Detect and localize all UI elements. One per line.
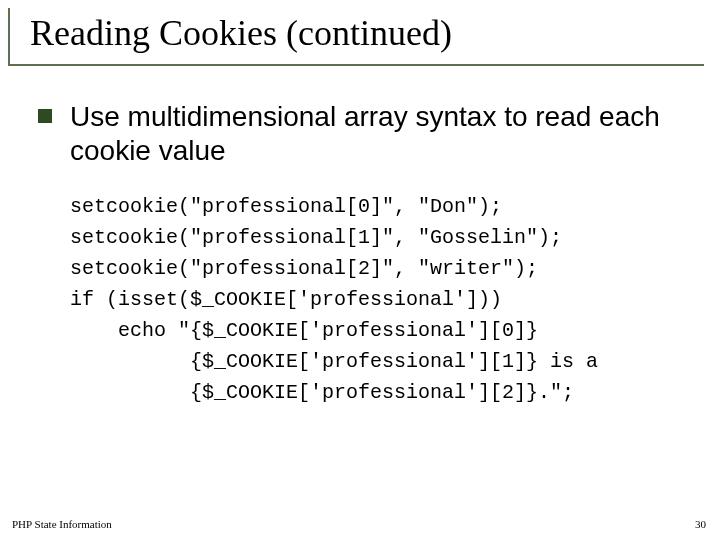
title-area: Reading Cookies (continued) bbox=[30, 14, 690, 54]
slide-title: Reading Cookies (continued) bbox=[30, 14, 690, 54]
page-number: 30 bbox=[695, 518, 706, 530]
bullet-item: Use multidimensional array syntax to rea… bbox=[38, 100, 688, 167]
title-rule-horizontal bbox=[8, 64, 704, 66]
footer-left: PHP State Information bbox=[12, 518, 112, 530]
title-rule-vertical bbox=[8, 8, 10, 66]
code-block: setcookie("professional[0]", "Don"); set… bbox=[70, 191, 688, 408]
bullet-text: Use multidimensional array syntax to rea… bbox=[70, 100, 688, 167]
square-bullet-icon bbox=[38, 109, 52, 123]
slide-body: Use multidimensional array syntax to rea… bbox=[38, 100, 688, 408]
slide: Reading Cookies (continued) Use multidim… bbox=[0, 0, 720, 540]
